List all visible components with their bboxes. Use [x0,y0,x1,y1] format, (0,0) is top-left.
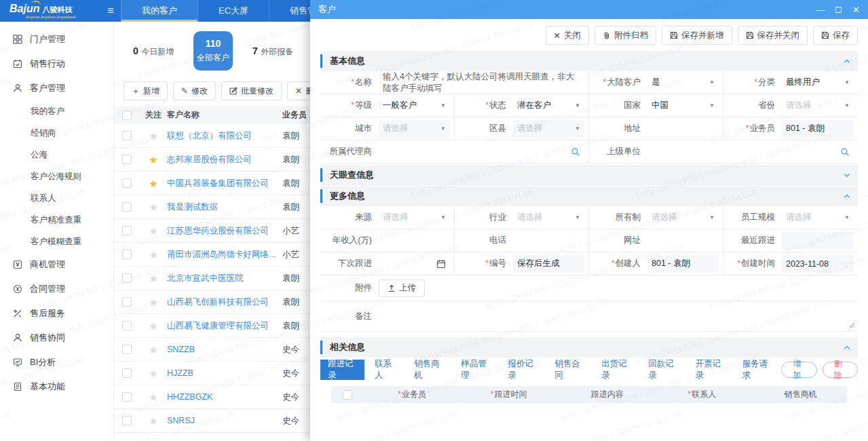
calendar-icon[interactable] [436,259,446,269]
related-add-button[interactable]: 增加 [781,362,816,378]
related-tab[interactable]: 跟进记录 [320,360,364,380]
next-follow-date-input[interactable] [379,255,450,273]
chevron-up-icon[interactable] [843,192,851,200]
subtable-select-all-checkbox[interactable] [343,390,352,400]
related-tab[interactable]: 出货记录 [594,360,638,380]
sidebar-item-basic[interactable]: 基本功能 [0,375,113,399]
province-select[interactable]: 请选择▼ [782,97,854,115]
stat-card[interactable]: 7 外部报备 [243,45,303,58]
add-button[interactable]: ＋新增 [124,81,168,100]
row-checkbox[interactable] [122,131,132,140]
parent-unit-lookup-input[interactable] [647,143,854,161]
sidebar-item-bi[interactable]: BI分析 [0,350,113,375]
sidebar-item-precise-dedup[interactable]: 客户精准查重 [0,209,113,231]
chevron-down-icon[interactable] [843,171,851,179]
annual-income-input[interactable] [379,232,450,250]
star-icon[interactable]: ★ [149,321,157,331]
save-close-button[interactable]: 保存并关闭 [738,26,808,45]
row-checkbox[interactable] [122,155,132,164]
sidebar-item-portal[interactable]: 门户管理 [0,27,113,52]
star-icon[interactable]: ★ [149,416,157,426]
status-select[interactable]: 潜在客户▼ [513,97,584,115]
website-input[interactable] [647,232,719,250]
sidebar-item-public-sea-rules[interactable]: 客户公海规则 [0,166,113,187]
attachment-archive-button[interactable]: 附件归档 [595,26,656,45]
name-input[interactable]: 输入4个关键字，默认大陆公司将调用天眼查，非大陆客户手动填写 [379,74,584,92]
customer-name-link[interactable]: 莆田市湄洲岛尚德卡好网络... [167,249,282,261]
select-all-checkbox[interactable] [122,111,132,120]
sidebar-item-fuzzy-dedup[interactable]: 客户模糊查重 [0,231,113,252]
customer-name-link[interactable]: 联想（北京）有限公司 [167,130,282,142]
sidebar-item-dealers[interactable]: 经销商 [0,122,113,144]
row-checkbox[interactable] [122,345,132,354]
upload-button[interactable]: 上传 [379,280,425,297]
customer-name-link[interactable]: HHZZBGZK [167,392,282,402]
level-select[interactable]: 一般客户▼ [379,97,450,115]
batch-edit-button[interactable]: 批量修改 [221,81,282,100]
staff-size-select[interactable]: 请选择▼ [782,209,854,227]
source-select[interactable]: 请选择▼ [379,209,450,227]
sidebar-item-contract[interactable]: 合同管理 [0,277,113,301]
row-checkbox[interactable] [122,297,132,307]
nav-tab[interactable]: 我的客户 [121,0,197,22]
customer-name-link[interactable]: 江苏恩华药业股份有限公司 [167,225,282,237]
star-icon[interactable]: ★ [149,202,157,212]
star-icon[interactable]: ★ [149,345,157,355]
maximize-icon[interactable] [835,7,842,13]
customer-name-link[interactable]: 志邦家居股份有限公司 [167,154,282,166]
related-tab[interactable]: 回款记录 [641,360,685,380]
related-delete-button[interactable]: 删除 [823,362,858,378]
mainland-select[interactable]: 是▼ [647,74,719,92]
save-button[interactable]: 保存 [813,26,858,45]
row-checkbox[interactable] [122,321,132,330]
star-icon[interactable]: ★ [149,392,157,402]
close-icon[interactable]: ✕ [852,5,860,14]
related-tab[interactable]: 联系人 [367,360,404,380]
row-checkbox[interactable] [122,392,132,402]
ownership-select[interactable]: 请选择▼ [647,209,719,227]
sidebar-item-my-customers[interactable]: 我的客户 [0,100,113,122]
sidebar-item-sales-action[interactable]: 销售行动 [0,52,113,76]
customer-name-link[interactable]: 山西易飞健康管理有限公司 [167,320,282,332]
sidebar-item-sales-collab[interactable]: 销售协同 [0,326,113,350]
star-icon[interactable]: ★ [149,155,157,165]
star-icon[interactable]: ★ [149,273,157,284]
resize-handle[interactable] [849,322,855,328]
industry-select[interactable]: 请选择▼ [513,209,584,227]
edit-button[interactable]: ✎修改 [173,81,216,100]
star-icon[interactable]: ★ [149,368,157,379]
search-icon[interactable] [840,147,850,157]
star-icon[interactable]: ★ [149,178,157,189]
customer-name-link[interactable]: 山西易飞创新科技有限公司 [167,296,282,308]
city-select[interactable]: 请选择▼ [379,120,450,138]
phone-input[interactable] [513,232,584,250]
chevron-up-icon[interactable] [843,57,851,65]
related-tab[interactable]: 销售合同 [547,360,591,380]
customer-name-link[interactable]: 北京市宣武中医医院 [167,273,282,284]
row-checkbox[interactable] [122,202,132,212]
save-new-button[interactable]: 保存并新增 [662,26,732,45]
sidebar-item-opportunity[interactable]: 商机管理 [0,252,113,277]
close-button[interactable]: ✕关闭 [546,26,589,45]
customer-name-link[interactable]: HJZZB [167,368,282,378]
related-tab[interactable]: 样品管理 [453,360,497,380]
stat-card[interactable]: 0 今日新增 [124,45,183,58]
star-icon[interactable]: ★ [149,131,157,141]
row-checkbox[interactable] [122,250,132,259]
district-select[interactable]: 请选择▼ [513,120,584,138]
customer-name-link[interactable]: SNZZB [167,345,282,354]
category-select[interactable]: 最终用户▼ [782,74,854,92]
nav-tab[interactable]: EC大屏 [197,0,269,22]
minimize-icon[interactable]: — [816,5,825,14]
related-tab[interactable]: 销售商机 [407,360,451,380]
customer-name-link[interactable]: 中国兵器装备集团有限公司 [167,178,282,189]
menu-toggle-icon[interactable]: ≡ [100,0,121,22]
star-icon[interactable]: ★ [149,226,157,236]
agent-lookup-input[interactable] [379,143,584,161]
country-select[interactable]: 中国▼ [647,97,719,115]
owner-input[interactable]: 801 - 袁朗 [782,120,854,138]
sidebar-item-customer-mgmt[interactable]: 客户管理 [0,76,113,100]
customer-name-link[interactable]: SNRSJ [167,416,282,425]
row-checkbox[interactable] [122,368,132,378]
related-tab[interactable]: 报价记录 [500,360,544,380]
